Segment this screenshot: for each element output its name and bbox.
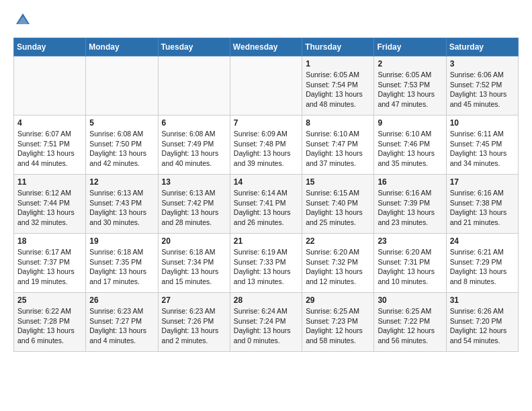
- day-info-line: Daylight: 13 hours: [234, 267, 298, 277]
- day-number: 13: [162, 177, 226, 187]
- calendar-cell: 14Sunrise: 6:14 AMSunset: 7:41 PMDayligh…: [230, 175, 302, 234]
- day-info-line: Daylight: 13 hours: [162, 208, 226, 218]
- day-info-line: Sunset: 7:42 PM: [162, 198, 226, 208]
- day-number: 8: [306, 118, 370, 128]
- calendar-cell: [86, 56, 158, 116]
- day-info-line: and 26 minutes.: [234, 218, 298, 228]
- day-info-line: Sunset: 7:28 PM: [17, 316, 82, 326]
- day-number: 25: [17, 295, 82, 305]
- day-number: 23: [378, 236, 442, 246]
- day-info-line: Daylight: 13 hours: [234, 208, 298, 218]
- day-info-line: and 0 minutes.: [234, 336, 298, 346]
- day-info-line: and 15 minutes.: [162, 277, 226, 287]
- day-info-line: Daylight: 13 hours: [306, 267, 370, 277]
- day-info-line: Daylight: 13 hours: [89, 208, 154, 218]
- day-info-line: Sunset: 7:35 PM: [89, 257, 154, 267]
- day-info-line: Daylight: 13 hours: [162, 148, 226, 158]
- day-info-line: Sunset: 7:51 PM: [17, 139, 82, 149]
- day-info-line: and 37 minutes.: [306, 158, 370, 169]
- day-info-line: and 30 minutes.: [89, 218, 154, 228]
- day-info-line: Sunset: 7:50 PM: [89, 139, 154, 149]
- calendar-cell: 13Sunrise: 6:13 AMSunset: 7:42 PMDayligh…: [158, 175, 230, 234]
- day-info-line: and 19 minutes.: [17, 277, 82, 287]
- day-info-line: Sunrise: 6:10 AM: [306, 129, 370, 139]
- day-info-line: Sunrise: 6:20 AM: [306, 247, 370, 257]
- day-info-line: Daylight: 13 hours: [89, 148, 154, 158]
- day-number: 7: [234, 118, 298, 128]
- day-info-line: and 2 minutes.: [162, 336, 226, 346]
- day-info-line: and 25 minutes.: [306, 218, 370, 228]
- day-number: 14: [234, 177, 298, 187]
- day-info-line: and 39 minutes.: [234, 158, 298, 169]
- day-info-line: Sunset: 7:44 PM: [17, 198, 82, 208]
- calendar-cell: 9Sunrise: 6:10 AMSunset: 7:46 PMDaylight…: [374, 116, 446, 175]
- day-info-line: and 13 minutes.: [234, 277, 298, 287]
- day-info-line: Daylight: 13 hours: [234, 326, 298, 336]
- day-info-line: Sunrise: 6:22 AM: [17, 306, 82, 316]
- day-info-line: Sunrise: 6:08 AM: [162, 129, 226, 139]
- day-info-line: Daylight: 13 hours: [17, 326, 82, 336]
- day-info-line: Daylight: 13 hours: [378, 148, 442, 158]
- day-info-line: Sunset: 7:27 PM: [89, 316, 154, 326]
- day-info-line: Sunset: 7:46 PM: [378, 139, 442, 149]
- day-info-line: Daylight: 12 hours: [306, 326, 370, 336]
- day-info-line: Sunrise: 6:06 AM: [450, 70, 515, 80]
- day-info-line: Sunset: 7:24 PM: [234, 316, 298, 326]
- calendar-cell: 2Sunrise: 6:05 AMSunset: 7:53 PMDaylight…: [374, 56, 446, 116]
- day-number: 3: [450, 59, 515, 68]
- day-number: 6: [162, 118, 226, 128]
- day-info-line: Daylight: 13 hours: [378, 208, 442, 218]
- calendar-cell: 1Sunrise: 6:05 AMSunset: 7:54 PMDaylight…: [302, 56, 374, 116]
- calendar-cell: 8Sunrise: 6:10 AMSunset: 7:47 PMDaylight…: [302, 116, 374, 175]
- day-info-line: Daylight: 13 hours: [17, 148, 82, 158]
- day-info-line: Daylight: 13 hours: [89, 326, 154, 336]
- calendar-cell: 25Sunrise: 6:22 AMSunset: 7:28 PMDayligh…: [14, 293, 86, 352]
- day-number: 26: [89, 295, 154, 305]
- calendar-cell: 7Sunrise: 6:09 AMSunset: 7:48 PMDaylight…: [230, 116, 302, 175]
- day-info-line: Sunset: 7:54 PM: [306, 80, 370, 90]
- day-info-line: and 10 minutes.: [378, 277, 442, 287]
- day-info-line: Sunset: 7:31 PM: [378, 257, 442, 267]
- day-info-line: Sunset: 7:37 PM: [17, 257, 82, 267]
- day-info-line: Sunset: 7:40 PM: [306, 198, 370, 208]
- calendar-cell: 21Sunrise: 6:19 AMSunset: 7:33 PMDayligh…: [230, 234, 302, 293]
- day-info-line: Sunset: 7:32 PM: [306, 257, 370, 267]
- day-info-line: Daylight: 13 hours: [306, 89, 370, 99]
- day-info-line: Sunset: 7:39 PM: [378, 198, 442, 208]
- day-info-line: Sunrise: 6:12 AM: [17, 188, 82, 198]
- day-info-line: Daylight: 13 hours: [378, 267, 442, 277]
- day-info-line: and 35 minutes.: [378, 158, 442, 169]
- day-number: 21: [234, 236, 298, 246]
- calendar-cell: 22Sunrise: 6:20 AMSunset: 7:32 PMDayligh…: [302, 234, 374, 293]
- day-info-line: Daylight: 13 hours: [306, 208, 370, 218]
- day-info-line: Daylight: 13 hours: [234, 148, 298, 158]
- day-info-line: Sunrise: 6:20 AM: [378, 247, 442, 257]
- calendar-cell: 6Sunrise: 6:08 AMSunset: 7:49 PMDaylight…: [158, 116, 230, 175]
- calendar-table: SundayMondayTuesdayWednesdayThursdayFrid…: [13, 38, 519, 352]
- day-info-line: Daylight: 13 hours: [162, 326, 226, 336]
- day-info-line: and 54 minutes.: [450, 336, 515, 346]
- day-info-line: and 21 minutes.: [450, 218, 515, 228]
- day-info-line: Sunset: 7:41 PM: [234, 198, 298, 208]
- day-info-line: Sunrise: 6:05 AM: [378, 70, 442, 80]
- calendar-cell: [14, 56, 86, 116]
- day-info-line: Sunset: 7:43 PM: [89, 198, 154, 208]
- day-number: 1: [306, 59, 370, 68]
- day-info-line: and 17 minutes.: [89, 277, 154, 287]
- day-info-line: Sunrise: 6:26 AM: [450, 306, 515, 316]
- day-info-line: Sunset: 7:22 PM: [378, 316, 442, 326]
- day-info-line: Sunrise: 6:17 AM: [17, 247, 82, 257]
- day-info-line: Sunrise: 6:10 AM: [378, 129, 442, 139]
- day-number: 24: [450, 236, 515, 246]
- day-info-line: Sunrise: 6:19 AM: [234, 247, 298, 257]
- calendar-cell: 20Sunrise: 6:18 AMSunset: 7:34 PMDayligh…: [158, 234, 230, 293]
- calendar-cell: 18Sunrise: 6:17 AMSunset: 7:37 PMDayligh…: [14, 234, 86, 293]
- day-info-line: and 12 minutes.: [306, 277, 370, 287]
- day-info-line: Sunrise: 6:08 AM: [89, 129, 154, 139]
- day-info-line: and 28 minutes.: [162, 218, 226, 228]
- day-info-line: and 34 minutes.: [450, 158, 515, 169]
- calendar-cell: 17Sunrise: 6:16 AMSunset: 7:38 PMDayligh…: [446, 175, 518, 234]
- day-info-line: Sunrise: 6:23 AM: [162, 306, 226, 316]
- calendar-cell: 27Sunrise: 6:23 AMSunset: 7:26 PMDayligh…: [158, 293, 230, 352]
- calendar-cell: 16Sunrise: 6:16 AMSunset: 7:39 PMDayligh…: [374, 175, 446, 234]
